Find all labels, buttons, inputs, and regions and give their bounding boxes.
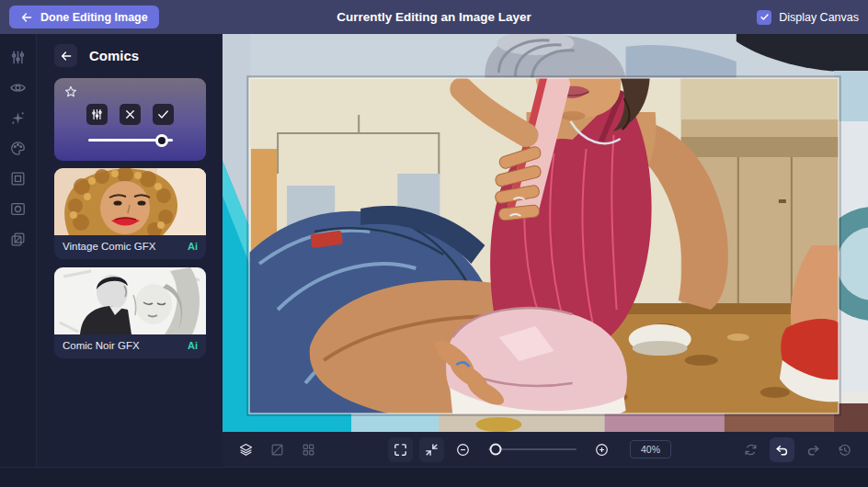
apply-icon xyxy=(156,108,170,121)
layers-button[interactable] xyxy=(234,437,258,462)
vignette-icon xyxy=(9,200,27,218)
undo-button[interactable] xyxy=(770,437,794,462)
selected-filter-card xyxy=(54,78,206,161)
toolbar-left-group xyxy=(234,437,321,462)
fit-to-screen-button[interactable] xyxy=(419,437,444,462)
edit-canvas-button[interactable] xyxy=(265,437,290,462)
comic-noir-thumbnail xyxy=(54,267,206,334)
filter-label-row: Vintage Comic GFX Ai xyxy=(54,235,206,259)
canvas-tool-button[interactable] xyxy=(5,166,32,190)
undo-icon xyxy=(774,442,790,458)
expand-icon xyxy=(393,442,408,458)
duplicate-tool-button[interactable] xyxy=(5,227,32,251)
zoom-slider[interactable] xyxy=(488,448,577,450)
editing-canvas[interactable] xyxy=(223,34,868,432)
toolbar-history-group xyxy=(738,437,857,462)
bottom-strip xyxy=(0,467,868,487)
star-icon xyxy=(63,85,78,99)
image-editor-app: Done Editing Image Currently Editing an … xyxy=(0,0,868,487)
filter-card-comic-noir[interactable]: Comic Noir GFX Ai xyxy=(54,267,206,358)
expand-fullscreen-button[interactable] xyxy=(388,437,413,462)
vintage-comic-thumbnail xyxy=(54,168,206,235)
discard-filter-button[interactable] xyxy=(120,104,141,125)
editor-body: Comics xyxy=(0,34,868,467)
grid-view-button[interactable] xyxy=(296,437,321,462)
filters-panel: Comics xyxy=(37,34,223,467)
done-editing-button[interactable]: Done Editing Image xyxy=(9,6,159,28)
vignette-tool-button[interactable] xyxy=(5,197,32,221)
grid-icon xyxy=(301,442,316,458)
filter-actions xyxy=(63,104,197,125)
canvas-area: 40% xyxy=(223,34,868,467)
zoom-out-icon xyxy=(455,442,471,458)
canvas-artwork xyxy=(223,34,868,432)
filter-card-vintage-comic[interactable]: Vintage Comic GFX Ai xyxy=(54,168,206,259)
duplicate-icon xyxy=(9,231,27,248)
effects-tool-button[interactable] xyxy=(5,106,32,130)
adjust-icon xyxy=(90,108,104,121)
palette-icon xyxy=(9,140,27,157)
favorite-button[interactable] xyxy=(63,85,78,102)
display-canvas-label: Display Canvas xyxy=(779,11,859,24)
toolbar-zoom-group: 40% xyxy=(388,437,671,462)
zoom-slider-knob[interactable] xyxy=(489,444,501,456)
tool-rail xyxy=(0,34,37,467)
preview-tool-button[interactable] xyxy=(5,75,32,99)
panel-header: Comics xyxy=(54,44,206,67)
history-button[interactable] xyxy=(832,437,857,462)
redo-button[interactable] xyxy=(801,437,826,462)
ai-badge: Ai xyxy=(188,241,198,252)
zoom-percent-display[interactable]: 40% xyxy=(630,440,671,459)
reset-button[interactable] xyxy=(738,437,763,462)
check-icon xyxy=(760,12,770,22)
edit-canvas-icon xyxy=(269,442,285,458)
redo-icon xyxy=(805,442,821,458)
filter-strength-slider[interactable] xyxy=(88,139,173,142)
back-arrow-icon xyxy=(60,50,73,62)
panel-title: Comics xyxy=(89,48,139,63)
eye-icon xyxy=(9,79,27,96)
history-icon xyxy=(837,442,852,458)
top-bar: Done Editing Image Currently Editing an … xyxy=(0,0,868,34)
filter-name: Comic Noir GFX xyxy=(63,340,140,351)
filter-name: Vintage Comic GFX xyxy=(63,241,155,252)
canvas-frame-icon xyxy=(9,170,27,187)
zoom-in-button[interactable] xyxy=(589,437,614,462)
panel-back-button[interactable] xyxy=(54,44,77,67)
adjustments-icon xyxy=(9,49,27,66)
adjust-filter-button[interactable] xyxy=(86,104,108,125)
filter-label-row: Comic Noir GFX Ai xyxy=(54,334,206,358)
reset-icon xyxy=(743,442,759,458)
canvas-toolbar: 40% xyxy=(223,432,868,467)
apply-filter-button[interactable] xyxy=(153,104,174,125)
display-canvas-toggle[interactable]: Display Canvas xyxy=(757,10,859,25)
filter-strength-knob[interactable] xyxy=(155,134,168,147)
discard-icon xyxy=(123,108,137,121)
fit-screen-icon xyxy=(424,442,440,458)
display-canvas-checkbox[interactable] xyxy=(757,10,771,25)
ai-badge: Ai xyxy=(188,340,198,351)
zoom-out-button[interactable] xyxy=(451,437,475,462)
adjustments-tool-button[interactable] xyxy=(5,45,32,69)
done-editing-label: Done Editing Image xyxy=(40,11,148,24)
back-arrow-icon xyxy=(20,11,33,24)
colors-tool-button[interactable] xyxy=(5,136,32,160)
effects-icon xyxy=(9,109,27,127)
zoom-in-icon xyxy=(594,442,610,458)
image-layer xyxy=(249,70,839,432)
layers-icon xyxy=(238,442,254,458)
